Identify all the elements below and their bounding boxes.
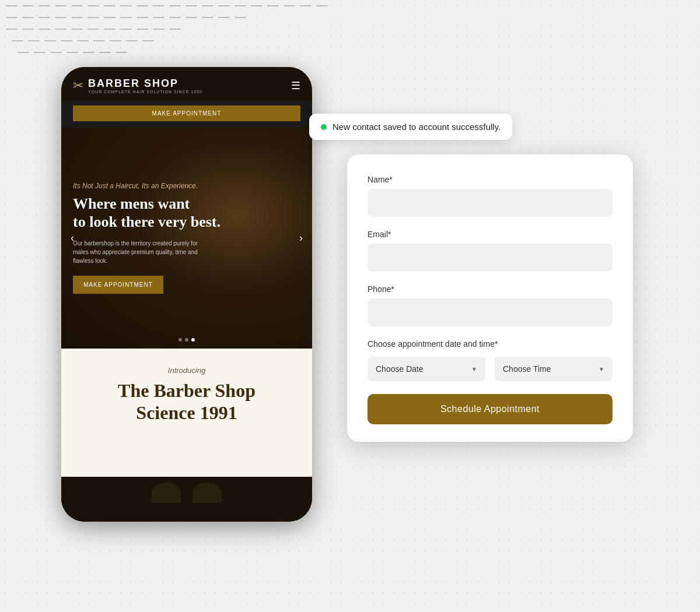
email-input[interactable] [368, 244, 612, 272]
name-label: Name* [368, 175, 612, 184]
phone-label: Phone* [368, 284, 612, 294]
schedule-appointment-button[interactable]: Schedule Appointment [368, 394, 612, 424]
barber-shop-logo: ✂ BARBER SHOP YOUR COMPLETE HAIR SOLUTIO… [73, 78, 202, 94]
choose-date-arrow-icon: ▼ [471, 366, 477, 372]
scissors-icon: ✂ [73, 78, 83, 93]
choose-time-label: Choose Time [503, 364, 551, 374]
phone-bottom-section: Introducing The Barber Shop Science 1991 [61, 349, 312, 477]
shop-title: The Barber Shop Science 1991 [73, 379, 300, 424]
carousel-right-arrow[interactable]: › [299, 232, 303, 244]
logo-title: BARBER SHOP [88, 78, 202, 90]
decorative-lines [0, 0, 700, 70]
hero-heading: Where mens wantto look there very best. [73, 195, 300, 231]
hero-description: Our barbershop is the territory created … [73, 239, 213, 265]
appointment-form-panel: Name* Email* Phone* Choose appointment d… [347, 154, 633, 442]
hamburger-icon[interactable]: ☰ [291, 79, 300, 92]
carousel-dots [178, 338, 195, 342]
email-field-group: Email* [368, 230, 612, 272]
shop-title-line2: Science 1991 [136, 402, 237, 423]
hero-content: Its Not Just a Haircut, Its an Experienc… [73, 182, 300, 294]
nav-appointment-button[interactable]: MAKE APPOINTMENT [73, 105, 300, 121]
footer-bump-left [152, 483, 181, 503]
phone-mockup: ✂ BARBER SHOP YOUR COMPLETE HAIR SOLUTIO… [61, 67, 312, 522]
hero-tagline: Its Not Just a Haircut, Its an Experienc… [73, 182, 300, 190]
email-label: Email* [368, 230, 612, 239]
phone-header: ✂ BARBER SHOP YOUR COMPLETE HAIR SOLUTIO… [61, 67, 312, 101]
toast-status-dot [321, 124, 327, 130]
footer-bumps [152, 483, 222, 503]
toast-notification: New contact saved to account successfull… [309, 114, 512, 140]
phone-field-group: Phone* [368, 284, 612, 326]
phone-input[interactable] [368, 298, 612, 326]
name-field-group: Name* [368, 175, 612, 217]
logo-subtitle: YOUR COMPLETE HAIR SOLUTION SINCE 1950 [88, 90, 202, 94]
footer-bump-right [192, 483, 222, 503]
choose-date-label: Choose Date [376, 364, 424, 374]
name-input[interactable] [368, 189, 612, 217]
introducing-text: Introducing [73, 366, 300, 375]
choose-time-arrow-icon: ▼ [598, 366, 604, 372]
toast-message: New contact saved to account successfull… [332, 122, 501, 132]
choose-date-button[interactable]: Choose Date ▼ [368, 357, 485, 381]
datetime-row: Choose Date ▼ Choose Time ▼ [368, 357, 612, 381]
carousel-dot-1[interactable] [178, 338, 182, 342]
hero-cta-button[interactable]: MAKE APPOINTMENT [73, 276, 163, 294]
phone-footer [61, 477, 312, 522]
carousel-dot-2[interactable] [185, 338, 188, 342]
shop-title-line1: The Barber Shop [118, 380, 256, 401]
hero-section: ‹ Its Not Just a Haircut, Its an Experie… [61, 127, 312, 349]
datetime-label: Choose appointment date and time* [368, 339, 612, 349]
carousel-dot-3[interactable] [191, 338, 195, 342]
choose-time-button[interactable]: Choose Time ▼ [495, 357, 612, 381]
